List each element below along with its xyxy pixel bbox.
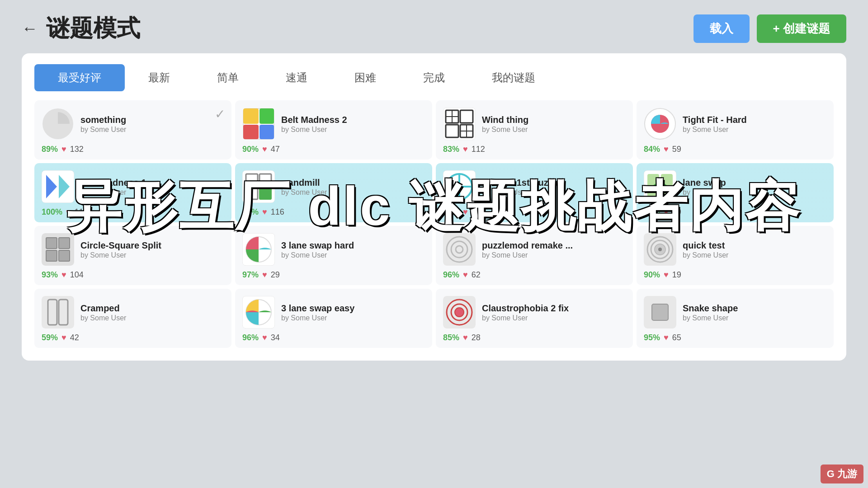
- puzzle-card-1-1[interactable]: wandmillby Some User95%♥116: [235, 163, 432, 222]
- puzzle-likes: 28: [472, 333, 481, 343]
- svg-rect-3: [243, 108, 259, 124]
- create-button[interactable]: + 创建谜题: [757, 14, 846, 43]
- puzzle-card-inner: Pandas 1st Puzzleby Some User: [443, 170, 625, 203]
- puzzle-card-inner: somethingby Some User: [42, 108, 223, 140]
- svg-rect-7: [443, 108, 476, 140]
- puzzle-card-inner: Claustrophobia 2 fixby Some User: [443, 296, 625, 328]
- heart-icon: ♥: [61, 333, 66, 343]
- svg-rect-38: [443, 233, 476, 266]
- puzzle-rating: 96%: [443, 270, 459, 280]
- puzzle-icon-laneswaphard: [242, 233, 275, 266]
- puzzle-info: Belt Madness 2by Some User: [281, 114, 424, 134]
- check-icon: ✓: [215, 107, 225, 122]
- puzzle-card-inner: Snake shapeby Some User: [644, 296, 826, 328]
- puzzle-author: by Some User: [683, 251, 826, 259]
- puzzle-card-2-3[interactable]: quick testby Some User90%♥19: [637, 226, 834, 285]
- heart-icon: ♥: [61, 145, 66, 154]
- puzzle-name: Cramped: [80, 302, 223, 314]
- puzzle-rating: 95%: [644, 333, 660, 343]
- puzzle-card-inner: lane swapby Some User: [644, 170, 826, 203]
- puzzle-info: somethingby Some User: [80, 114, 223, 134]
- tab-1[interactable]: 最新: [125, 64, 193, 91]
- puzzle-card-0-3[interactable]: Tight Fit - Hardby Some User84%♥59: [637, 100, 834, 160]
- puzzle-card-0-1[interactable]: Belt Madness 2by Some User90%♥47: [235, 100, 432, 160]
- puzzle-stats: 97%♥29: [242, 270, 424, 280]
- puzzle-author: by Some User: [281, 251, 424, 259]
- puzzle-card-1-3[interactable]: lane swapby Some User89%♥69: [637, 163, 834, 222]
- puzzle-info: puzzlemod remake ...by Some User: [482, 239, 625, 259]
- puzzle-author: by Some User: [80, 251, 223, 259]
- puzzle-card-3-1[interactable]: 3 lane swap easyby Some User96%♥34: [235, 289, 432, 348]
- tab-3[interactable]: 速通: [262, 64, 331, 91]
- puzzle-name: Belt Madness 1: [80, 177, 223, 188]
- puzzle-card-3-3[interactable]: Snake shapeby Some User95%♥65: [637, 289, 834, 348]
- puzzle-rating: 89%: [42, 145, 58, 154]
- puzzle-likes: 62: [472, 270, 481, 280]
- puzzle-info: lane swapby Some User: [683, 177, 826, 197]
- puzzle-rating: 90%: [644, 270, 660, 280]
- tab-5[interactable]: 完成: [400, 64, 468, 91]
- heart-icon: ♥: [463, 145, 468, 154]
- puzzle-card-inner: Wind thingby Some User: [443, 108, 625, 140]
- puzzle-rating: 59%: [42, 333, 58, 343]
- puzzle-card-2-2[interactable]: puzzlemod remake ...by Some User96%♥62: [436, 226, 633, 285]
- puzzle-card-1-2[interactable]: Pandas 1st Puzzleby Some User96%♥133: [436, 163, 633, 222]
- puzzle-icon-belt1: [42, 170, 74, 203]
- puzzle-icon-quicktest: [644, 233, 676, 266]
- svg-rect-57: [652, 304, 668, 320]
- puzzle-card-0-2[interactable]: Wind thingby Some User83%♥112: [436, 100, 633, 160]
- tab-0[interactable]: 最受好评: [34, 64, 125, 91]
- puzzle-stats: 83%♥112: [443, 145, 625, 154]
- svg-point-46: [658, 248, 662, 251]
- heart-icon: ♥: [61, 270, 66, 280]
- puzzle-rating: 93%: [42, 270, 58, 280]
- puzzle-card-3-2[interactable]: Claustrophobia 2 fixby Some User85%♥28: [436, 289, 633, 348]
- puzzle-card-1-0[interactable]: Belt Madness 1by Some User100%♥11: [34, 163, 231, 222]
- tabs: 最受好评最新简单速通困难完成我的谜题: [34, 64, 834, 91]
- puzzle-card-inner: wandmillby Some User: [242, 170, 424, 203]
- puzzle-card-0-0[interactable]: somethingby Some User89%♥132✓: [34, 100, 231, 160]
- puzzle-grid: somethingby Some User89%♥132✓Belt Madnes…: [34, 100, 834, 348]
- puzzle-info: 3 lane swap hardby Some User: [281, 239, 424, 259]
- puzzle-name: puzzlemod remake ...: [482, 239, 625, 251]
- load-button[interactable]: 载入: [693, 14, 750, 43]
- tab-6[interactable]: 我的谜题: [468, 64, 559, 91]
- puzzle-rating: 97%: [242, 270, 259, 280]
- puzzle-stats: 89%♥132: [42, 145, 223, 154]
- puzzle-card-3-0[interactable]: Crampedby Some User59%♥42: [34, 289, 231, 348]
- puzzle-likes: 65: [672, 333, 681, 343]
- svg-rect-47: [42, 296, 74, 328]
- puzzle-likes: 47: [271, 145, 280, 154]
- puzzle-info: Tight Fit - Hardby Some User: [683, 114, 826, 134]
- puzzle-author: by Some User: [482, 126, 625, 134]
- svg-point-55: [455, 308, 464, 317]
- puzzle-icon-puzzlemod: [443, 233, 476, 266]
- puzzle-name: Circle-Square Split: [80, 239, 223, 251]
- puzzle-icon-cramped: [42, 296, 74, 328]
- puzzle-author: by Some User: [482, 188, 625, 197]
- puzzle-stats: 85%♥28: [443, 333, 625, 343]
- puzzle-likes: 104: [70, 270, 84, 280]
- puzzle-info: quick testby Some User: [683, 239, 826, 259]
- tab-4[interactable]: 困难: [331, 64, 400, 91]
- puzzle-info: Snake shapeby Some User: [683, 302, 826, 322]
- back-button[interactable]: ←: [22, 19, 38, 38]
- puzzle-name: Wind thing: [482, 114, 625, 126]
- puzzle-card-2-1[interactable]: 3 lane swap hardby Some User97%♥29: [235, 226, 432, 285]
- puzzle-stats: 84%♥59: [644, 145, 826, 154]
- puzzle-likes: 116: [271, 207, 284, 217]
- svg-rect-35: [59, 250, 70, 261]
- puzzle-card-inner: Crampedby Some User: [42, 296, 223, 328]
- puzzle-card-inner: puzzlemod remake ...by Some User: [443, 233, 625, 266]
- puzzle-card-2-0[interactable]: Circle-Square Splitby Some User93%♥104: [34, 226, 231, 285]
- puzzle-rating: 96%: [443, 207, 459, 217]
- puzzle-icon-tightfit: [644, 108, 676, 140]
- svg-rect-33: [59, 238, 70, 249]
- puzzle-likes: 34: [271, 333, 280, 343]
- watermark: G 九游: [821, 465, 863, 483]
- puzzle-rating: 84%: [644, 145, 660, 154]
- puzzle-rating: 85%: [443, 333, 459, 343]
- puzzle-likes: 69: [672, 207, 681, 217]
- tab-2[interactable]: 简单: [193, 64, 262, 91]
- puzzle-name: Belt Madness 2: [281, 114, 424, 126]
